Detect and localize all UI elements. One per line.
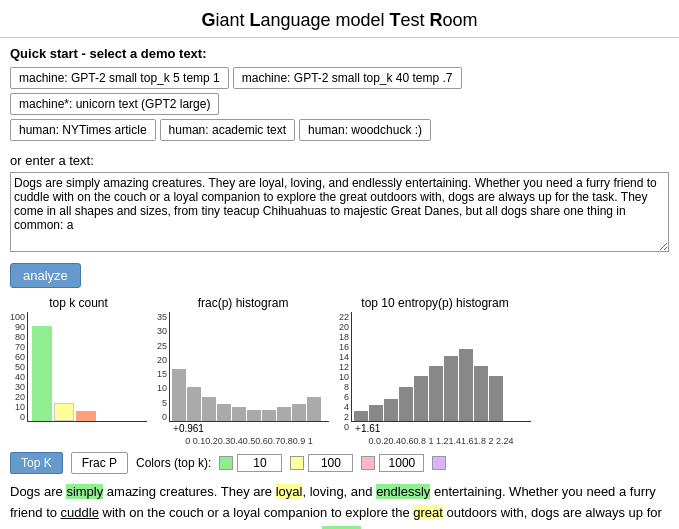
annotated-text: Dogs are simply amazing creatures. They … bbox=[0, 478, 679, 529]
fracp-bar-10 bbox=[307, 397, 321, 421]
topk-y-40: 40 bbox=[15, 372, 25, 382]
fracp-bar-1 bbox=[172, 369, 186, 421]
entropy-bar-3 bbox=[384, 399, 398, 421]
fracp-bar-7 bbox=[262, 410, 276, 421]
entropy-bar-6 bbox=[429, 366, 443, 421]
highlight-teacup: teacup bbox=[322, 526, 361, 529]
fracp-bar-5 bbox=[232, 407, 246, 421]
entropy-bar-9 bbox=[474, 366, 488, 421]
topk-bar-3 bbox=[76, 411, 96, 421]
color-group-2 bbox=[290, 454, 353, 472]
color-input-2[interactable] bbox=[308, 454, 353, 472]
color-swatch-3 bbox=[361, 456, 375, 470]
topk-y-60: 60 bbox=[15, 352, 25, 362]
entropy-bar-8 bbox=[459, 349, 473, 421]
topk-y-70: 70 bbox=[15, 342, 25, 352]
highlight-endlessly: endlessly bbox=[376, 484, 430, 499]
entropy-bar-5 bbox=[414, 376, 428, 421]
topk-bar-2 bbox=[54, 403, 74, 421]
highlight-simply: simply bbox=[66, 484, 103, 499]
demo-btn-5[interactable]: human: academic text bbox=[160, 119, 295, 141]
underline-cuddle: cuddle bbox=[61, 505, 99, 520]
entropy-x-labels: 0.0.20.40.60.8 1 1.21.41.61.8 2 2.24 bbox=[351, 436, 531, 446]
color-input-1[interactable] bbox=[237, 454, 282, 472]
highlight-great: great bbox=[413, 505, 443, 520]
fracp-chart bbox=[169, 312, 329, 422]
topk-y-30: 30 bbox=[15, 382, 25, 392]
color-swatch-1 bbox=[219, 456, 233, 470]
topk-y-50: 50 bbox=[15, 362, 25, 372]
topk-chart-title: top k count bbox=[49, 296, 108, 310]
fracp-bar-3 bbox=[202, 397, 216, 421]
entropy-bar-2 bbox=[369, 405, 383, 421]
entropy-x-marker: 1.61 bbox=[361, 423, 380, 434]
highlight-loyal: loyal bbox=[276, 484, 303, 499]
fracp-x-labels: 0 0.10.20.30.40.50.60.70.80.9 1 bbox=[169, 436, 329, 446]
entropy-bar-10 bbox=[489, 376, 503, 421]
entropy-bar-1 bbox=[354, 411, 368, 421]
page-title: Giant Language model Test Room bbox=[0, 0, 679, 38]
tab-fracp[interactable]: Frac P bbox=[71, 452, 128, 474]
topk-y-20: 20 bbox=[15, 392, 25, 402]
quickstart-label: Quick start - select a demo text: bbox=[10, 46, 669, 61]
entropy-chart bbox=[351, 312, 531, 422]
topk-y-80: 80 bbox=[15, 332, 25, 342]
entropy-bar-4 bbox=[399, 387, 413, 421]
demo-btn-4[interactable]: human: NYTimes article bbox=[10, 119, 156, 141]
fracp-bar-2 bbox=[187, 387, 201, 421]
entropy-bar-7 bbox=[444, 356, 458, 421]
topk-y-90: 90 bbox=[15, 322, 25, 332]
fracp-chart-title: frac(p) histogram bbox=[198, 296, 289, 310]
tab-topk[interactable]: Top K bbox=[10, 452, 63, 474]
topk-chart bbox=[27, 312, 147, 422]
color-input-3[interactable] bbox=[379, 454, 424, 472]
topk-y-100: 100 bbox=[10, 312, 25, 322]
demo-btn-3[interactable]: machine*: unicorn text (GPT2 large) bbox=[10, 93, 219, 115]
fracp-x-marker: 0.961 bbox=[179, 423, 204, 434]
color-group-3 bbox=[361, 454, 424, 472]
analyze-button[interactable]: analyze bbox=[10, 263, 81, 288]
demo-btn-6[interactable]: human: woodchuck :) bbox=[299, 119, 431, 141]
text-input[interactable] bbox=[10, 172, 669, 252]
fracp-bar-8 bbox=[277, 407, 291, 421]
fracp-bar-6 bbox=[247, 410, 261, 421]
topk-y-0: 0 bbox=[20, 412, 25, 422]
color-swatch-4 bbox=[432, 456, 446, 470]
entropy-chart-title: top 10 entropy(p) histogram bbox=[361, 296, 508, 310]
topk-y-10: 10 bbox=[15, 402, 25, 412]
demo-btn-2[interactable]: machine: GPT-2 small top_k 40 temp .7 bbox=[233, 67, 462, 89]
colors-label: Colors (top k): bbox=[136, 456, 211, 470]
fracp-bar-4 bbox=[217, 404, 231, 421]
enter-text-label: or enter a text: bbox=[0, 149, 679, 170]
color-group-1 bbox=[219, 454, 282, 472]
fracp-bar-9 bbox=[292, 404, 306, 421]
topk-bar-1 bbox=[32, 326, 52, 421]
color-swatch-2 bbox=[290, 456, 304, 470]
demo-btn-1[interactable]: machine: GPT-2 small top_k 5 temp 1 bbox=[10, 67, 229, 89]
